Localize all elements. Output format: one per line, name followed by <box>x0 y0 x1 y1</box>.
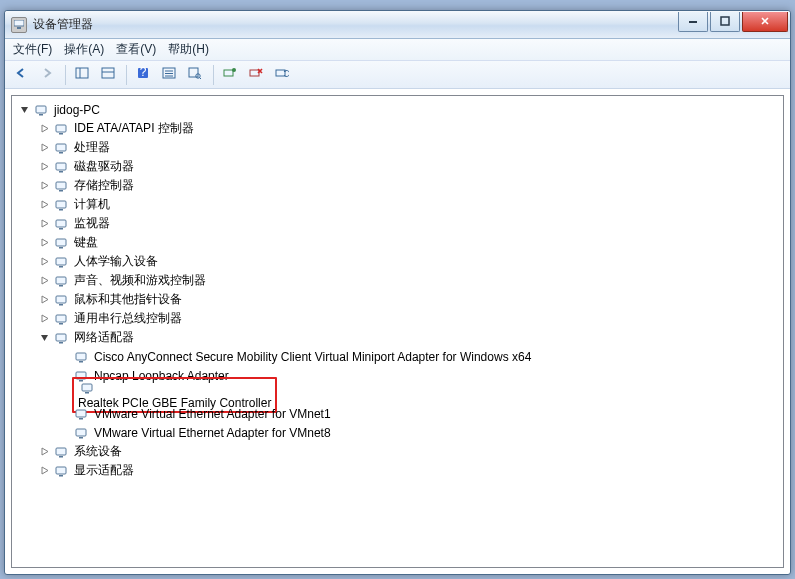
search-button[interactable] <box>183 64 207 86</box>
monitor-icon <box>54 216 70 232</box>
svg-rect-18 <box>250 70 259 76</box>
tree-item-label: VMware Virtual Ethernet Adapter for VMne… <box>94 426 331 440</box>
details-button[interactable] <box>157 64 181 86</box>
svg-rect-19 <box>276 70 285 76</box>
expand-icon[interactable] <box>38 313 50 325</box>
svg-rect-33 <box>59 228 63 230</box>
svg-rect-27 <box>59 171 63 173</box>
expand-icon[interactable] <box>38 446 50 458</box>
help-button[interactable]: ? <box>131 64 155 86</box>
svg-rect-41 <box>59 304 63 306</box>
back-icon <box>14 66 28 83</box>
storage-controller-icon <box>54 178 70 194</box>
svg-rect-3 <box>76 68 88 78</box>
tree-item[interactable]: 计算机 <box>14 195 781 214</box>
refresh-icon <box>275 66 289 83</box>
menu-view[interactable]: 查看(V) <box>116 41 156 58</box>
network-adapter-icon <box>74 425 90 441</box>
tree-item-label: 系统设备 <box>74 443 122 460</box>
expand-icon[interactable] <box>38 123 50 135</box>
tree-item[interactable]: 声音、视频和游戏控制器 <box>14 271 781 290</box>
svg-rect-24 <box>56 144 66 151</box>
collapse-icon[interactable] <box>18 104 30 116</box>
tree-item-label: 声音、视频和游戏控制器 <box>74 272 206 289</box>
titlebar[interactable]: 设备管理器 <box>5 11 790 39</box>
svg-rect-32 <box>56 220 66 227</box>
svg-rect-57 <box>59 456 63 458</box>
tree-item[interactable]: 存储控制器 <box>14 176 781 195</box>
window-controls <box>678 12 790 32</box>
network-adapters-icon <box>54 330 70 346</box>
svg-rect-16 <box>224 70 233 76</box>
svg-rect-34 <box>56 239 66 246</box>
forward-icon <box>40 66 54 83</box>
expand-icon[interactable] <box>38 142 50 154</box>
back-button[interactable] <box>9 64 33 86</box>
expand-icon[interactable] <box>38 465 50 477</box>
tree-item[interactable]: 人体学输入设备 <box>14 252 781 271</box>
window-title: 设备管理器 <box>33 16 678 33</box>
svg-rect-39 <box>59 285 63 287</box>
show-hide-tree-button[interactable] <box>70 64 94 86</box>
tree-item[interactable]: 磁盘驱动器 <box>14 157 781 176</box>
scan-hardware-button[interactable] <box>218 64 242 86</box>
expand-icon[interactable] <box>38 161 50 173</box>
svg-rect-44 <box>56 334 66 341</box>
device-manager-window: 设备管理器 文件(F) 操作(A) 查看(V) 帮助(H) ? jidog-PC… <box>4 10 791 575</box>
tree-item-label: 键盘 <box>74 234 98 251</box>
tree-item[interactable]: 处理器 <box>14 138 781 157</box>
svg-rect-45 <box>59 342 63 344</box>
search-icon <box>188 66 202 83</box>
processor-icon <box>54 140 70 156</box>
svg-rect-46 <box>76 353 86 360</box>
tree-item[interactable]: 系统设备 <box>14 442 781 461</box>
tree-item[interactable]: VMware Virtual Ethernet Adapter for VMne… <box>14 423 781 442</box>
menu-file[interactable]: 文件(F) <box>13 41 52 58</box>
tree-item[interactable]: jidog-PC <box>14 100 781 119</box>
uninstall-icon <box>249 66 263 83</box>
expand-icon[interactable] <box>38 199 50 211</box>
tree-item[interactable]: 网络适配器 <box>14 328 781 347</box>
system-devices-icon <box>54 444 70 460</box>
device-tree: jidog-PCIDE ATA/ATAPI 控制器处理器磁盘驱动器存储控制器计算… <box>12 96 783 484</box>
app-icon <box>11 17 27 33</box>
maximize-button[interactable] <box>710 12 740 32</box>
tree-item[interactable]: VMware Virtual Ethernet Adapter for VMne… <box>14 404 781 423</box>
uninstall-button[interactable] <box>244 64 268 86</box>
network-adapter-icon <box>74 406 90 422</box>
collapse-icon[interactable] <box>38 332 50 344</box>
svg-rect-13 <box>189 68 198 77</box>
expand-icon[interactable] <box>38 180 50 192</box>
device-tree-container[interactable]: jidog-PCIDE ATA/ATAPI 控制器处理器磁盘驱动器存储控制器计算… <box>11 95 784 568</box>
svg-rect-29 <box>59 190 63 192</box>
svg-point-17 <box>232 68 236 72</box>
tree-item[interactable]: IDE ATA/ATAPI 控制器 <box>14 119 781 138</box>
refresh-button[interactable] <box>270 64 294 86</box>
expand-icon[interactable] <box>38 294 50 306</box>
minimize-button[interactable] <box>678 12 708 32</box>
menu-action[interactable]: 操作(A) <box>64 41 104 58</box>
svg-rect-1 <box>17 27 21 29</box>
svg-rect-55 <box>79 437 83 439</box>
tree-item[interactable]: 显示适配器 <box>14 461 781 480</box>
svg-rect-28 <box>56 182 66 189</box>
no-expander <box>58 351 70 363</box>
tree-item[interactable]: 鼠标和其他指针设备 <box>14 290 781 309</box>
svg-rect-40 <box>56 296 66 303</box>
properties-pane-button[interactable] <box>96 64 120 86</box>
tree-item[interactable]: 通用串行总线控制器 <box>14 309 781 328</box>
tree-item[interactable]: Cisco AnyConnect Secure Mobility Client … <box>14 347 781 366</box>
menu-help[interactable]: 帮助(H) <box>168 41 209 58</box>
tree-item[interactable]: 监视器 <box>14 214 781 233</box>
forward-button[interactable] <box>35 64 59 86</box>
expand-icon[interactable] <box>38 256 50 268</box>
tree-item[interactable]: Realtek PCIe GBE Family Controller <box>14 385 781 404</box>
tree-item[interactable]: 键盘 <box>14 233 781 252</box>
svg-rect-54 <box>76 429 86 436</box>
close-button[interactable] <box>742 12 788 32</box>
properties-pane-icon <box>101 66 115 83</box>
expand-icon[interactable] <box>38 218 50 230</box>
expand-icon[interactable] <box>38 237 50 249</box>
svg-rect-47 <box>79 361 83 363</box>
expand-icon[interactable] <box>38 275 50 287</box>
